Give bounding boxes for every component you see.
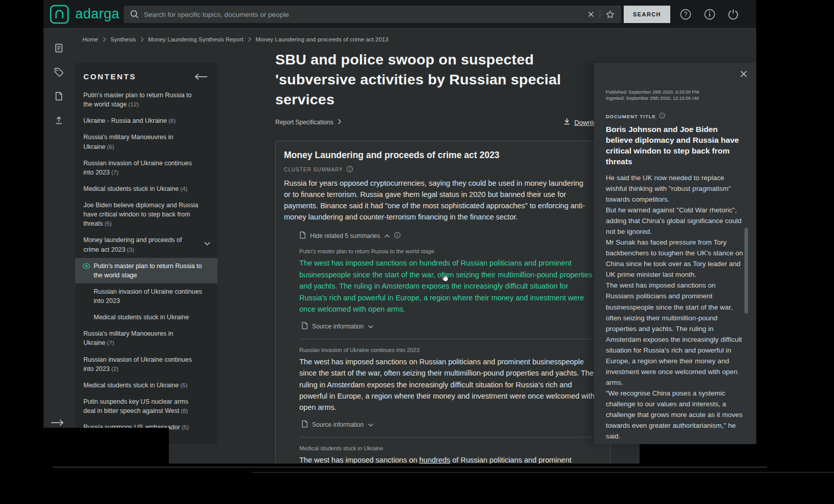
sidebar-item[interactable]: Russian invasion of Ukraine continues in… bbox=[75, 352, 217, 377]
summary-section: Russian invasion of Ukraine continues in… bbox=[299, 347, 602, 437]
summary-text[interactable]: The west has imposed sanctions on hundre… bbox=[299, 454, 595, 464]
close-icon[interactable] bbox=[739, 70, 748, 78]
clear-search-icon[interactable] bbox=[587, 11, 595, 18]
hide-related-toggle[interactable]: Hide related 5 summaries bbox=[299, 231, 602, 240]
sidebar-item[interactable]: Russia's military Manoeuvres in Ukraine(… bbox=[75, 325, 217, 351]
favorite-star-icon[interactable] bbox=[605, 10, 615, 19]
page-icon bbox=[301, 420, 308, 429]
info-icon[interactable] bbox=[704, 8, 716, 20]
sidebar-item-label: Russian invasion of Ukraine continues in… bbox=[83, 160, 192, 176]
main-content: SBU and police swoop on suspected 'subve… bbox=[275, 50, 628, 464]
cluster-summary-card: Money Laundering and proceeds of crime a… bbox=[275, 141, 610, 464]
published-timestamp: Published: September 28th 2020, 9:33:00 … bbox=[606, 89, 744, 95]
summary-text-prefix: The west has imposed sanctions on bbox=[299, 456, 420, 464]
hide-related-label: Hide related 5 summaries bbox=[310, 232, 380, 239]
search-button[interactable]: SEARCH bbox=[624, 6, 670, 23]
topbar: adarga SEARCH ? bbox=[43, 0, 756, 29]
sidebar-subitem[interactable]: Medical students stuck in Ukraine bbox=[75, 309, 217, 325]
info-circle-icon[interactable] bbox=[659, 113, 665, 120]
cluster-summary-text: Russia for years opposed cryptocurrencie… bbox=[284, 178, 591, 223]
chevron-right-icon bbox=[103, 37, 106, 42]
search-input[interactable] bbox=[144, 11, 587, 18]
sidebar-item[interactable]: Putin's master plan to return Russia to … bbox=[75, 87, 217, 113]
sidebar-item[interactable]: Medical students stuck in Ukraine(4) bbox=[75, 181, 217, 197]
source-information-label: Source information bbox=[312, 421, 364, 428]
sidebar-item[interactable]: Russia's military Manoeuvres in Ukraine(… bbox=[75, 129, 217, 155]
page-title: SBU and police swoop on suspected 'subve… bbox=[275, 50, 595, 109]
document-icon[interactable] bbox=[54, 91, 64, 101]
document-title: Boris Johnson and Joe Biden believe dipl… bbox=[606, 124, 744, 167]
breadcrumb-synthesis[interactable]: Synthesis bbox=[111, 36, 136, 42]
chevron-right-icon bbox=[248, 37, 251, 42]
summary-text-highlighted[interactable]: The west has imposed sanctions on hundre… bbox=[299, 257, 595, 315]
sidebar-item-label: Medical students stuck in Ukraine bbox=[83, 185, 179, 192]
eye-icon bbox=[82, 263, 91, 269]
source-information-toggle[interactable]: Source information bbox=[301, 420, 602, 429]
tag-icon[interactable] bbox=[54, 67, 64, 77]
sidebar-item-count: (3) bbox=[127, 247, 134, 253]
screenshot-edge-artifact bbox=[53, 467, 767, 468]
sidebar-subitem-active[interactable]: Putin's master plan to return Russia to … bbox=[75, 258, 217, 283]
document-paragraph: He said the UK now needed to replace wis… bbox=[606, 172, 744, 205]
contents-sidebar: CONTENTS Putin's master plan to return R… bbox=[75, 63, 217, 444]
source-information-toggle[interactable]: Source information bbox=[301, 322, 602, 331]
summary-text[interactable]: The west has imposed sanctions on Russia… bbox=[299, 356, 595, 413]
document-title-label-row: DOCUMENT TITLE bbox=[606, 113, 744, 120]
summary-source-label: Putin's master plan to return Russia to … bbox=[299, 248, 602, 254]
summary-source-label: Medical students stuck in Ukraine bbox=[299, 445, 602, 451]
page-icon bbox=[299, 231, 306, 240]
help-icon[interactable]: ? bbox=[679, 8, 692, 20]
sidebar-item-expanded[interactable]: Money laundering and proceeds of crime a… bbox=[75, 232, 217, 257]
sidebar-item-count: (7) bbox=[107, 340, 114, 346]
sidebar-item-label: Joe Biden believe diplomacy and Russia h… bbox=[83, 202, 198, 227]
app-window: adarga SEARCH ? Home Synthe bbox=[43, 0, 756, 464]
sidebar-item-count: (6) bbox=[168, 118, 175, 124]
divider bbox=[299, 339, 602, 339]
report-actions-row: Report Specifications Download Report bbox=[275, 117, 626, 127]
sidebar-item-count: (12) bbox=[128, 101, 139, 107]
cluster-summary-row: CLUSTER SUMMARY bbox=[284, 166, 602, 173]
sidebar-item-count: (5) bbox=[182, 424, 189, 430]
sidebar-item-count: (7) bbox=[111, 169, 118, 176]
upload-icon[interactable] bbox=[54, 115, 64, 125]
document-body: He said the UK now needed to replace wis… bbox=[606, 172, 744, 442]
document-meta: Published: September 28th 2020, 9:33:00 … bbox=[606, 89, 744, 101]
collapse-arrow-left-icon[interactable] bbox=[194, 73, 208, 80]
report-icon[interactable] bbox=[54, 43, 64, 53]
entity-link[interactable]: hundreds bbox=[420, 456, 450, 464]
sidebar-item[interactable]: Ukraine - Russia and Ukraine(6) bbox=[75, 113, 217, 129]
search-icon bbox=[130, 10, 139, 19]
search-bar[interactable] bbox=[124, 6, 621, 23]
power-icon[interactable] bbox=[727, 8, 739, 20]
document-title-label: DOCUMENT TITLE bbox=[606, 114, 656, 119]
sidebar-item-label: Russia's military Manoeuvres in Ukraine bbox=[83, 330, 173, 346]
breadcrumb-home[interactable]: Home bbox=[82, 36, 98, 42]
document-preview-panel: Published: September 28th 2020, 9:33:00 … bbox=[594, 63, 756, 444]
info-circle-icon[interactable] bbox=[346, 166, 353, 173]
sidebar-subitem-label: Russian invasion of Ukraine continues in… bbox=[94, 288, 202, 304]
chevron-up-icon bbox=[384, 232, 390, 239]
sidebar-subitem-label: Medical students stuck in Ukraine bbox=[94, 314, 189, 321]
breadcrumb-current[interactable]: Money Laundering and proceeds of crime a… bbox=[256, 36, 389, 42]
sidebar-subitem[interactable]: Russian invasion of Ukraine continues in… bbox=[75, 283, 217, 309]
document-paragraph: But he warned against "Cold War rhetoric… bbox=[606, 205, 744, 237]
chevron-right-icon bbox=[338, 119, 341, 126]
sidebar-item[interactable]: Putin suspends key US nuclear arms deal … bbox=[75, 393, 217, 419]
report-specifications-toggle[interactable]: Report Specifications bbox=[275, 119, 341, 126]
expand-arrow-right-icon[interactable] bbox=[50, 419, 64, 426]
sidebar-item[interactable]: Medical students stuck in Ukraine(5) bbox=[75, 377, 217, 393]
sidebar-item[interactable]: Russian invasion of Ukraine continues in… bbox=[75, 155, 217, 181]
page-icon bbox=[301, 322, 308, 331]
screenshot-edge-artifact bbox=[251, 472, 834, 473]
panel-scrollbar[interactable] bbox=[744, 228, 748, 314]
ingested-timestamp: Ingested: September 29th 2020, 12:15:06 … bbox=[606, 95, 744, 101]
adarga-logo-icon[interactable] bbox=[50, 5, 69, 24]
breadcrumb-report[interactable]: Money Laundering Synthesis Report bbox=[148, 36, 244, 42]
sidebar-subitem-label: Putin's master plan to return Russia to … bbox=[94, 262, 202, 279]
sidebar-item-count: (5) bbox=[104, 221, 112, 227]
sidebar-item-label: Russian invasion of Ukraine continues in… bbox=[83, 356, 192, 372]
sidebar-item-label: Russia's military Manoeuvres in Ukraine bbox=[83, 134, 173, 150]
info-circle-icon[interactable] bbox=[394, 232, 401, 240]
sidebar-item[interactable]: Joe Biden believe diplomacy and Russia h… bbox=[75, 197, 217, 232]
chevron-down-icon bbox=[368, 421, 374, 428]
